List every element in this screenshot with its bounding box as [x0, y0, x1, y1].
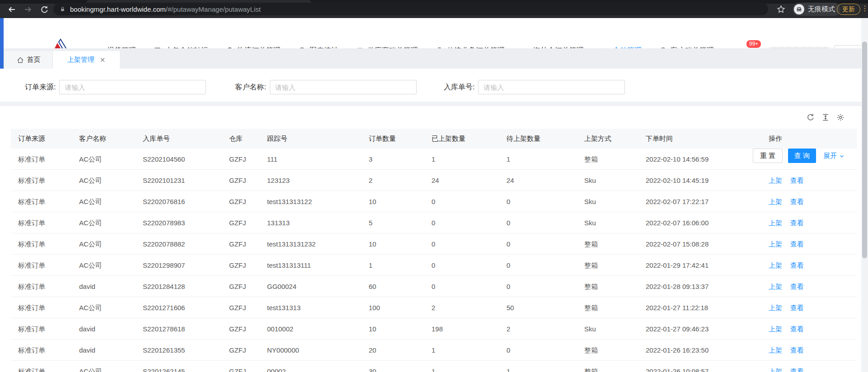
- expand-link[interactable]: 展开: [823, 152, 845, 160]
- table-body: 标准订单AC公司S2202104560GZFJ111311整箱2022-02-1…: [11, 149, 857, 372]
- cell-r5-c4: test131313111: [260, 255, 361, 275]
- cell-r7-c3: GZFJ: [222, 297, 260, 318]
- col-header-2: 入库单号: [136, 129, 222, 149]
- action-view-link[interactable]: 查看: [790, 346, 804, 354]
- browser-menu-icon[interactable]: ⋮: [861, 4, 868, 13]
- cell-r6-c2: S2201284128: [136, 276, 222, 297]
- forward-icon[interactable]: [23, 5, 33, 14]
- action-view-link[interactable]: 查看: [790, 283, 804, 290]
- cell-r5-c0: 标准订单: [11, 255, 72, 275]
- cell-r7-c7: 50: [499, 297, 577, 318]
- cell-r6-c8: 整箱: [577, 276, 638, 297]
- action-putaway-link[interactable]: 上架: [769, 325, 782, 333]
- home-outline-icon: [17, 56, 24, 64]
- cell-r5-c2: S2201298907: [136, 255, 222, 275]
- action-view-link[interactable]: 查看: [790, 240, 804, 248]
- cell-r8-c8: Sku: [577, 318, 638, 339]
- action-view-link[interactable]: 查看: [790, 177, 804, 184]
- col-header-8: 上架方式: [577, 129, 638, 149]
- table-row-5: 标准订单AC公司S2201298907GZFJtest131313111100整…: [11, 255, 857, 276]
- filter-input-1[interactable]: [270, 80, 417, 94]
- cell-r9-c0: 标准订单: [11, 339, 72, 360]
- cell-r0-c9: 2022-02-10 14:56:59: [638, 149, 761, 169]
- cell-r8-c1: david: [72, 318, 136, 339]
- cell-r8-actions: 上架查看: [761, 318, 857, 339]
- filter-label: 订单来源:: [25, 83, 56, 92]
- cell-r10-c5: 30: [361, 361, 424, 372]
- action-view-link[interactable]: 查看: [790, 304, 804, 312]
- cell-r4-c2: S2202078882: [136, 233, 222, 254]
- filter-input-2[interactable]: [478, 80, 625, 94]
- cell-r3-c7: 0: [499, 212, 577, 233]
- refresh-icon[interactable]: [807, 113, 815, 121]
- cell-r3-c6: 0: [424, 212, 499, 233]
- cell-r7-c2: S2201271606: [136, 297, 222, 318]
- browser-chrome: bookingmgr.hart-worldwide.com/#/putawayM…: [0, 0, 868, 18]
- cell-r4-c6: 0: [424, 233, 499, 254]
- reset-button[interactable]: 重 置: [753, 149, 783, 163]
- col-header-5: 订单数量: [361, 129, 424, 149]
- cell-r10-c7: 1: [499, 361, 577, 372]
- cell-r7-actions: 上架查看: [761, 297, 857, 318]
- tab-1[interactable]: 上架管理✕: [53, 51, 120, 69]
- action-view-link[interactable]: 查看: [790, 367, 804, 372]
- tab-label: 上架管理: [67, 56, 94, 64]
- cell-r8-c3: GZFJ: [222, 318, 260, 339]
- tab-0[interactable]: 首页: [5, 51, 53, 69]
- cell-r7-c1: AC公司: [72, 297, 136, 318]
- cell-r3-c3: GZFJ: [222, 212, 260, 233]
- cell-r6-c9: 2022-01-28 09:13:37: [638, 276, 761, 297]
- browser-update-button[interactable]: 更新: [837, 4, 860, 15]
- action-putaway-link[interactable]: 上架: [769, 346, 782, 354]
- action-putaway-link[interactable]: 上架: [769, 240, 782, 248]
- action-putaway-link[interactable]: 上架: [769, 367, 782, 372]
- action-view-link[interactable]: 查看: [790, 261, 804, 269]
- action-view-link[interactable]: 查看: [790, 219, 804, 227]
- cell-r4-c9: 2022-02-07 15:08:28: [638, 233, 761, 254]
- cell-r7-c8: 整箱: [577, 297, 638, 318]
- cell-r5-c5: 1: [361, 255, 424, 275]
- close-tab-icon[interactable]: ✕: [100, 56, 106, 64]
- action-putaway-link[interactable]: 上架: [769, 219, 782, 227]
- cell-r5-c3: GZFJ: [222, 255, 260, 275]
- bookmark-star-icon[interactable]: [776, 5, 785, 14]
- scrollbar-track[interactable]: [861, 18, 868, 372]
- app-header: HART物流 提货管理小包仓储转运物流订单管理图表统计供应商账单管理传统业务订单…: [0, 18, 868, 48]
- reload-icon[interactable]: [40, 5, 49, 14]
- cell-r1-c4: 123123: [260, 170, 361, 191]
- page-tab-bar: 首页上架管理✕: [0, 48, 868, 69]
- cell-r1-c7: 24: [499, 170, 577, 191]
- cell-r6-c7: 0: [499, 276, 577, 297]
- action-putaway-link[interactable]: 上架: [769, 198, 782, 205]
- back-icon[interactable]: [7, 5, 16, 14]
- cell-r4-c8: 整箱: [577, 233, 638, 254]
- search-button[interactable]: 查 询: [788, 149, 816, 163]
- row-density-icon[interactable]: [821, 113, 830, 121]
- cell-r7-c9: 2022-01-27 11:22:18: [638, 297, 761, 318]
- chevron-down-icon: [839, 153, 845, 159]
- col-header-0: 订单来源: [11, 129, 72, 149]
- cell-r10-c2: S2201262145: [136, 361, 222, 372]
- sidebar-collapsed-stripe: [0, 18, 4, 69]
- cell-r5-c7: 0: [499, 255, 577, 275]
- action-putaway-link[interactable]: 上架: [769, 283, 782, 290]
- cell-r0-c0: 标准订单: [11, 149, 72, 169]
- action-putaway-link[interactable]: 上架: [769, 304, 782, 312]
- action-view-link[interactable]: 查看: [790, 198, 804, 205]
- col-header-4: 跟踪号: [260, 129, 361, 149]
- action-view-link[interactable]: 查看: [790, 325, 804, 333]
- cell-r6-c6: 0: [424, 276, 499, 297]
- settings-gear-icon[interactable]: [836, 113, 845, 121]
- cell-r5-c9: 2022-01-29 17:42:41: [638, 255, 761, 275]
- action-putaway-link[interactable]: 上架: [769, 261, 782, 269]
- action-putaway-link[interactable]: 上架: [769, 177, 782, 184]
- cell-r9-c2: S2201261355: [136, 339, 222, 360]
- cell-r1-c2: S2202101231: [136, 170, 222, 191]
- scrollbar-thumb[interactable]: [862, 42, 867, 258]
- filter-input-0[interactable]: [59, 80, 206, 94]
- filter-label: 入库单号:: [444, 83, 474, 92]
- table-row-3: 标准订单AC公司S2202078983GZFJ131313500Sku2022-…: [11, 212, 857, 233]
- cell-r8-c9: 2022-01-27 09:46:23: [638, 318, 761, 339]
- url-bar[interactable]: bookingmgr.hart-worldwide.com/#/putawayM…: [53, 3, 768, 15]
- cell-r8-c2: S2201278618: [136, 318, 222, 339]
